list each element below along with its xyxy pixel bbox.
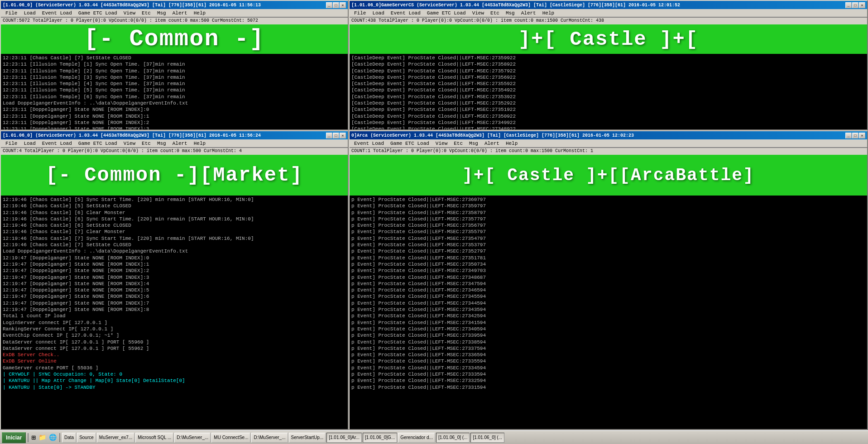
window-statusbar: COUNT:5072 TotalPlayer : 0 Player(0):0 V…: [1, 17, 348, 24]
menu-item-game-etc-load[interactable]: Game ETC Load: [76, 140, 120, 147]
menu-item-file[interactable]: File: [3, 10, 20, 16]
taskbar-icon-3[interactable]: 🌐: [49, 434, 57, 441]
taskbar-icon-2[interactable]: 📁: [38, 434, 46, 441]
log-line: p Event] ProcState Closed||LEFT-MSEC:273…: [351, 332, 865, 339]
menu-item-event-load[interactable]: Event Load: [39, 10, 75, 16]
taskbar-button[interactable]: [1.01.06_0] (...: [436, 433, 470, 443]
taskbar-button[interactable]: D:\MuServer_...: [251, 433, 288, 443]
menu-item-view[interactable]: View: [433, 140, 450, 147]
menu-item-alert[interactable]: Alert: [482, 140, 502, 147]
minimize-button[interactable]: _: [326, 133, 332, 138]
taskbar-button[interactable]: D:\MuServer_...: [174, 433, 211, 443]
log-line: 12:23:11 [Doppelganger] State NONE [ROOM…: [3, 113, 346, 119]
menu-item-etc[interactable]: Etc: [139, 140, 153, 147]
log-line: RankingServer Connect IP[ 127.0.0.1 ]: [3, 326, 346, 332]
log-line: 12:19:46 [Chaos Castle] [7] Sync Start T…: [3, 235, 346, 242]
taskbar-icon-1[interactable]: ⊞: [31, 433, 36, 442]
log-line: p Event] ProcState Closed||LEFT-MSEC:273…: [351, 216, 865, 222]
menu-item-help[interactable]: Help: [540, 10, 557, 16]
menu-item-event-load[interactable]: Event Load: [388, 10, 423, 16]
window-banner-text: ]+[ Castle ]+[[ArcaBattle]: [462, 166, 754, 185]
window-menubar: FileLoadEvent LoadGame ETC LoadViewEtcMs…: [1, 139, 348, 148]
log-line: 12:19:47 [Doppelganger] State NONE [ROOM…: [3, 300, 346, 306]
menu-item-help[interactable]: Help: [503, 140, 520, 147]
menu-item-msg[interactable]: Msg: [466, 140, 481, 147]
log-line: 12:23:11 [Illusion Temple] [1] Sync Open…: [3, 61, 346, 67]
window-log: 12:23:11 [Chaos Castle] [7] SetState CLO…: [1, 54, 348, 129]
log-line: p Event] ProcState Closed||LEFT-MSEC:273…: [351, 320, 865, 326]
taskbar-button[interactable]: MuServer_ex7...: [97, 433, 134, 443]
menu-item-msg[interactable]: Msg: [154, 140, 169, 147]
log-line: p Event] ProcState Closed||LEFT-MSEC:273…: [351, 352, 865, 358]
menu-item-alert[interactable]: Alert: [518, 10, 539, 16]
taskbar-button[interactable]: Data: [62, 433, 76, 443]
menu-item-file[interactable]: File: [3, 140, 20, 147]
log-line: [CastleDeep Event] ProcState Closed||LEF…: [351, 126, 865, 129]
log-line: Total 1 count IP load: [3, 313, 346, 319]
log-line: p Event] ProcState Closed||LEFT-MSEC:273…: [351, 222, 865, 229]
window-banner-text: [- Common -][Market]: [46, 164, 303, 186]
log-line: 12:19:47 [Doppelganger] State NONE [ROOM…: [3, 293, 346, 300]
close-button[interactable]: ✕: [340, 2, 346, 8]
menu-item-event-load[interactable]: Event Load: [39, 140, 75, 147]
menu-item-etc[interactable]: Etc: [451, 140, 465, 147]
log-line: 12:19:46 [Chaos Castle] [7] Clear Monste…: [3, 229, 346, 235]
log-line: 12:23:11 [Illusion Temple] [6] Sync Open…: [3, 94, 346, 100]
menu-item-game-etc-load[interactable]: Game ETC Load: [76, 10, 120, 16]
maximize-button[interactable]: □: [852, 2, 858, 8]
taskbar-button[interactable]: MU ConnectSe...: [211, 433, 250, 443]
menu-item-view[interactable]: View: [121, 10, 138, 16]
log-line: p Event] ProcState Closed||LEFT-MSEC:273…: [351, 274, 865, 281]
taskbar-button[interactable]: [1.01.06_0] (...: [470, 433, 504, 443]
menu-item-event-load[interactable]: Event Load: [351, 140, 387, 147]
log-line: p Event] ProcState Closed||LEFT-MSEC:273…: [351, 229, 865, 235]
menu-item-load[interactable]: Load: [369, 10, 387, 16]
menu-item-load[interactable]: Load: [21, 140, 38, 147]
window-log: p Event] ProcState Closed||LEFT-MSEC:273…: [350, 196, 867, 429]
menu-item-help[interactable]: Help: [191, 10, 208, 16]
menu-item-alert[interactable]: Alert: [170, 10, 190, 16]
taskbar-button[interactable]: [1.01.06_0]G...: [363, 433, 397, 443]
start-button[interactable]: Iniciar: [2, 432, 26, 443]
menu-item-alert[interactable]: Alert: [170, 140, 190, 147]
log-line: | KANTURU | State[0] -> STANDBY: [3, 384, 346, 391]
log-line: 12:19:47 [Doppelganger] State NONE [ROOM…: [3, 261, 346, 267]
taskbar-button[interactable]: [1.01.06_0]Ar...: [326, 433, 362, 443]
close-button[interactable]: ✕: [859, 2, 865, 8]
maximize-button[interactable]: □: [852, 133, 858, 138]
window-menubar: Event LoadGame ETC LoadViewEtcMsgAlertHe…: [350, 139, 867, 148]
close-button[interactable]: ✕: [859, 133, 865, 138]
menu-item-file[interactable]: File: [351, 10, 369, 16]
window-menubar: FileLoadEvent LoadGame ETC LoadViewEtcMs…: [350, 9, 867, 17]
menu-item-view[interactable]: View: [470, 10, 487, 16]
taskbar-button[interactable]: Gerenciador d...: [398, 433, 435, 443]
log-line: p Event] ProcState Closed||LEFT-MSEC:273…: [351, 261, 865, 267]
close-button[interactable]: ✕: [340, 133, 346, 138]
menu-item-msg[interactable]: Msg: [154, 10, 169, 16]
menu-item-msg[interactable]: Msg: [503, 10, 518, 16]
log-line: 12:23:11 [Doppelganger] State NONE [ROOM…: [3, 119, 346, 126]
minimize-button[interactable]: _: [845, 2, 852, 8]
maximize-button[interactable]: □: [333, 2, 339, 8]
menu-item-game-etc-load[interactable]: Game ETC Load: [424, 10, 469, 16]
log-line: p Event] ProcState Closed||LEFT-MSEC:273…: [351, 242, 865, 248]
log-line: 12:19:46 [Chaos Castle] [6] Clear Monste…: [3, 210, 346, 216]
menu-item-etc[interactable]: Etc: [488, 10, 502, 16]
log-line: p Event] ProcState Closed||LEFT-MSEC:273…: [351, 365, 865, 371]
menu-item-help[interactable]: Help: [191, 140, 208, 147]
menu-item-etc[interactable]: Etc: [139, 10, 153, 16]
menu-item-game-etc-load[interactable]: Game ETC Load: [388, 140, 432, 147]
taskbar-button[interactable]: ServerStartUp...: [289, 433, 326, 443]
maximize-button[interactable]: □: [333, 133, 339, 138]
minimize-button[interactable]: _: [326, 2, 332, 8]
log-line: p Event] ProcState Closed||LEFT-MSEC:273…: [351, 267, 865, 274]
menu-item-load[interactable]: Load: [21, 10, 38, 16]
log-line: [CastleDeep Event] ProcState Closed||LEF…: [351, 61, 865, 67]
taskbar-button[interactable]: Source: [77, 433, 96, 443]
minimize-button[interactable]: _: [845, 133, 852, 138]
menu-item-view[interactable]: View: [121, 140, 138, 147]
log-line: p Event] ProcState Closed||LEFT-MSEC:273…: [351, 313, 865, 319]
log-line: p Event] ProcState Closed||LEFT-MSEC:273…: [351, 371, 865, 377]
taskbar-button[interactable]: Microsoft SQL ...: [135, 433, 173, 443]
win-bot-left: [1.01.06_0] (ServiceServer) 1.03.44 [44S…: [0, 130, 349, 430]
